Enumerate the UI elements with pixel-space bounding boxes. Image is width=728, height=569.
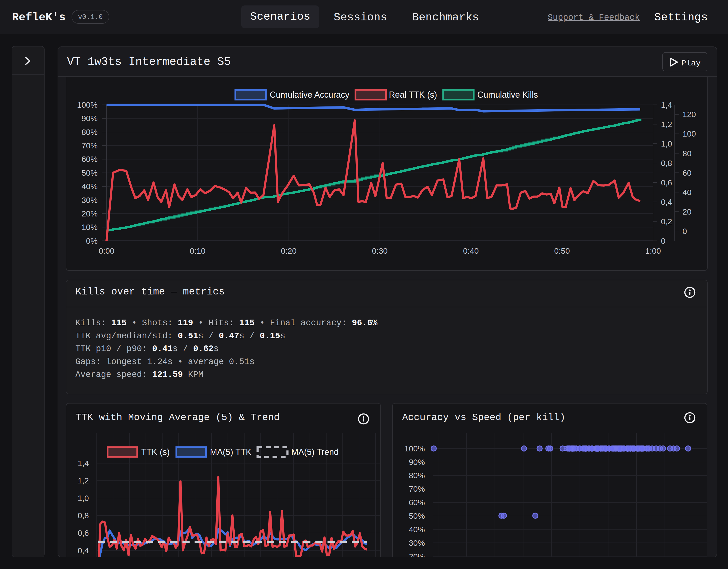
svg-text:80: 80 <box>683 149 692 158</box>
svg-text:0,6: 0,6 <box>661 178 672 187</box>
svg-text:1,2: 1,2 <box>661 120 672 129</box>
svg-text:80%: 80% <box>82 127 98 136</box>
svg-text:0:10: 0:10 <box>190 246 205 255</box>
svg-text:50%: 50% <box>82 168 98 177</box>
svg-text:60%: 60% <box>409 498 425 507</box>
svg-text:90%: 90% <box>82 114 98 123</box>
svg-text:50%: 50% <box>409 511 425 520</box>
svg-text:0,2: 0,2 <box>661 217 672 226</box>
svg-text:1,4: 1,4 <box>661 100 672 109</box>
svg-text:40%: 40% <box>409 525 425 534</box>
svg-text:100%: 100% <box>77 100 98 109</box>
svg-text:0:00: 0:00 <box>99 246 114 255</box>
svg-text:80%: 80% <box>409 471 425 480</box>
svg-text:20%: 20% <box>82 209 98 218</box>
svg-text:100%: 100% <box>404 444 425 453</box>
svg-text:1,4: 1,4 <box>78 459 89 468</box>
svg-text:0: 0 <box>683 227 687 236</box>
svg-text:0:30: 0:30 <box>372 246 388 255</box>
svg-text:1,2: 1,2 <box>78 476 89 485</box>
svg-text:1:00: 1:00 <box>645 246 661 255</box>
svg-text:TTK (s): TTK (s) <box>141 447 170 457</box>
svg-text:0,6: 0,6 <box>78 528 89 537</box>
svg-text:40%: 40% <box>82 182 98 191</box>
svg-text:20%: 20% <box>409 552 425 558</box>
svg-text:0,8: 0,8 <box>661 159 672 168</box>
svg-text:1,0: 1,0 <box>78 494 89 503</box>
svg-text:0,4: 0,4 <box>661 197 672 206</box>
svg-text:MA(5) TTK: MA(5) TTK <box>210 447 251 457</box>
svg-text:20: 20 <box>683 207 692 216</box>
svg-text:30%: 30% <box>82 195 98 204</box>
svg-text:1,0: 1,0 <box>661 139 672 148</box>
svg-text:10%: 10% <box>82 222 98 231</box>
svg-text:0:40: 0:40 <box>463 246 479 255</box>
svg-text:Real TTK (s): Real TTK (s) <box>389 90 437 100</box>
svg-text:90%: 90% <box>409 458 425 467</box>
svg-text:0:50: 0:50 <box>554 246 570 255</box>
svg-text:40: 40 <box>683 188 692 197</box>
svg-text:MA(5) Trend: MA(5) Trend <box>291 447 339 457</box>
svg-text:60: 60 <box>683 168 692 177</box>
svg-text:100: 100 <box>683 129 696 138</box>
svg-text:0:20: 0:20 <box>281 246 296 255</box>
svg-text:70%: 70% <box>82 141 98 150</box>
svg-text:0: 0 <box>661 236 665 245</box>
svg-text:Cumulative Accuracy: Cumulative Accuracy <box>270 90 349 100</box>
svg-text:70%: 70% <box>409 484 425 493</box>
svg-text:60%: 60% <box>82 154 98 163</box>
svg-text:120: 120 <box>683 110 696 119</box>
svg-text:0,4: 0,4 <box>78 546 89 555</box>
svg-text:0,8: 0,8 <box>78 511 89 520</box>
svg-text:Cumulative Kills: Cumulative Kills <box>477 90 538 100</box>
svg-text:30%: 30% <box>409 538 425 547</box>
svg-text:0%: 0% <box>86 236 98 245</box>
